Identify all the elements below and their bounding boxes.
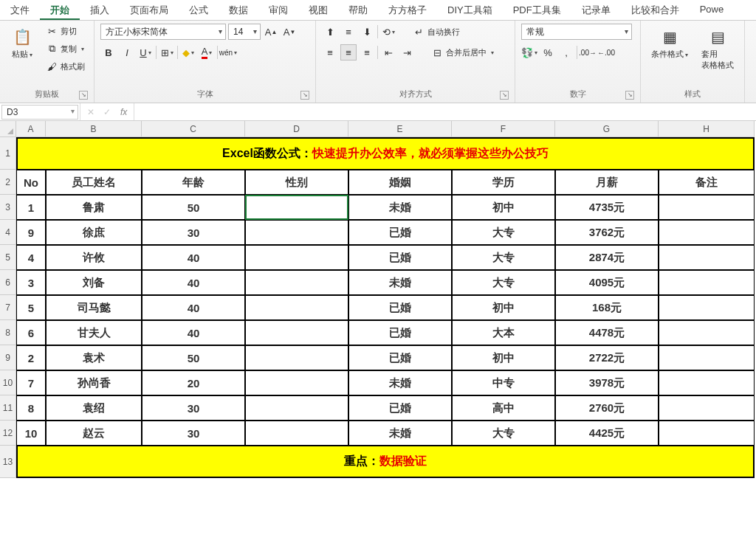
conditional-format-button[interactable]: ▦ 条件格式▾: [647, 24, 693, 63]
header-cell-1[interactable]: 员工姓名: [46, 170, 142, 195]
cell-r7-c7[interactable]: [659, 295, 755, 320]
tab-pdf[interactable]: PDF工具集: [503, 0, 571, 20]
cell-r6-c4[interactable]: 未婚: [348, 270, 452, 295]
cell-r12-c6[interactable]: 4425元: [555, 421, 659, 446]
cell-r3-c3[interactable]: [245, 195, 348, 220]
currency-button[interactable]: 💱▾: [521, 44, 537, 60]
tab-ffg[interactable]: 方方格子: [378, 0, 437, 20]
cell-r4-c0[interactable]: 9: [16, 220, 46, 245]
cell-r4-c1[interactable]: 徐庶: [46, 220, 142, 245]
header-cell-3[interactable]: 性别: [245, 170, 348, 195]
cell-r10-c4[interactable]: 未婚: [348, 370, 452, 395]
paste-button[interactable]: 📋 粘贴▾: [6, 24, 38, 63]
cell-r4-c5[interactable]: 大专: [452, 220, 555, 245]
cell-r4-c6[interactable]: 3762元: [555, 220, 659, 245]
row-header-8[interactable]: 8: [0, 320, 16, 345]
cancel-formula-button[interactable]: ✕: [83, 107, 98, 117]
cell-r10-c7[interactable]: [659, 370, 755, 395]
row-header-2[interactable]: 2: [0, 170, 16, 195]
bold-button[interactable]: B: [100, 44, 117, 60]
cell-r12-c7[interactable]: [659, 421, 755, 446]
cell-r8-c2[interactable]: 40: [142, 320, 245, 345]
cell-r6-c7[interactable]: [659, 270, 755, 295]
title-cell[interactable]: Excel函数公式：快速提升办公效率，就必须掌握这些办公技巧: [16, 137, 755, 170]
cell-r8-c7[interactable]: [659, 320, 755, 345]
cell-r10-c3[interactable]: [245, 370, 348, 395]
cell-r4-c4[interactable]: 已婚: [348, 220, 452, 245]
cell-r5-c6[interactable]: 2874元: [555, 245, 659, 270]
cell-r4-c3[interactable]: [245, 220, 348, 245]
cell-r9-c4[interactable]: 已婚: [348, 345, 452, 370]
align-right-button[interactable]: ≡: [359, 44, 375, 60]
cell-r6-c0[interactable]: 3: [16, 270, 46, 295]
underline-button[interactable]: U▾: [137, 44, 154, 60]
merge-center-button[interactable]: ⊟合并后居中▾: [428, 45, 497, 60]
col-header-G[interactable]: G: [555, 121, 659, 137]
cell-r11-c0[interactable]: 8: [16, 395, 46, 421]
tab-compare[interactable]: 比较和合并: [621, 0, 690, 20]
cell-r11-c2[interactable]: 30: [142, 395, 245, 421]
cell-r9-c3[interactable]: [245, 345, 348, 370]
align-top-button[interactable]: ⬆: [322, 24, 338, 40]
cell-r10-c2[interactable]: 20: [142, 370, 245, 395]
col-header-F[interactable]: F: [452, 121, 555, 137]
cell-r10-c1[interactable]: 孙尚香: [46, 370, 142, 395]
row-header-11[interactable]: 11: [0, 395, 16, 421]
cut-button[interactable]: ✂剪切: [43, 24, 88, 38]
tab-diy[interactable]: DIY工具箱: [437, 0, 503, 20]
cell-r11-c1[interactable]: 袁绍: [46, 395, 142, 421]
font-launcher[interactable]: ↘: [300, 91, 309, 100]
cell-r12-c3[interactable]: [245, 421, 348, 446]
cell-r5-c3[interactable]: [245, 245, 348, 270]
cell-r7-c5[interactable]: 初中: [452, 295, 555, 320]
cell-r6-c3[interactable]: [245, 270, 348, 295]
row-header-4[interactable]: 4: [0, 220, 16, 245]
font-name-select[interactable]: 方正小标宋简体: [100, 24, 226, 40]
cell-r7-c4[interactable]: 已婚: [348, 295, 452, 320]
cell-r11-c3[interactable]: [245, 395, 348, 421]
row-header-3[interactable]: 3: [0, 195, 16, 220]
cell-r12-c1[interactable]: 赵云: [46, 421, 142, 446]
col-header-D[interactable]: D: [245, 121, 348, 137]
number-launcher[interactable]: ↘: [625, 91, 634, 100]
header-cell-5[interactable]: 学历: [452, 170, 555, 195]
cell-r6-c1[interactable]: 刘备: [46, 270, 142, 295]
cell-r9-c0[interactable]: 2: [16, 345, 46, 370]
cell-r12-c5[interactable]: 大专: [452, 421, 555, 446]
header-cell-4[interactable]: 婚姻: [348, 170, 452, 195]
align-bottom-button[interactable]: ⬇: [359, 24, 375, 40]
footer-cell[interactable]: 重点：数据验证: [16, 446, 755, 478]
row-header-9[interactable]: 9: [0, 345, 16, 370]
row-header-5[interactable]: 5: [0, 245, 16, 270]
cell-r4-c7[interactable]: [659, 220, 755, 245]
cell-r5-c5[interactable]: 大专: [452, 245, 555, 270]
tab-help[interactable]: 帮助: [338, 0, 378, 20]
cell-r5-c4[interactable]: 已婚: [348, 245, 452, 270]
increase-font-button[interactable]: A▲: [263, 24, 279, 40]
cell-r8-c6[interactable]: 4478元: [555, 320, 659, 345]
indent-decrease-button[interactable]: ⇤: [380, 44, 396, 60]
wrap-text-button[interactable]: ↵自动换行: [410, 24, 463, 39]
cell-r6-c2[interactable]: 40: [142, 270, 245, 295]
row-header-7[interactable]: 7: [0, 295, 16, 320]
align-middle-button[interactable]: ≡: [340, 24, 357, 40]
tab-home[interactable]: 开始: [40, 0, 80, 20]
cell-r6-c6[interactable]: 4095元: [555, 270, 659, 295]
cell-r3-c5[interactable]: 初中: [452, 195, 555, 220]
font-color-button[interactable]: A▾: [199, 44, 215, 60]
decrease-decimal-button[interactable]: ←.00: [598, 44, 614, 60]
font-size-select[interactable]: 14: [228, 24, 261, 40]
cell-r8-c1[interactable]: 甘夫人: [46, 320, 142, 345]
fill-color-button[interactable]: ◆▾: [180, 44, 196, 60]
fx-icon[interactable]: fx: [116, 107, 131, 117]
col-header-E[interactable]: E: [348, 121, 452, 137]
formula-input[interactable]: [134, 111, 756, 114]
col-header-C[interactable]: C: [142, 121, 245, 137]
cell-r10-c5[interactable]: 中专: [452, 370, 555, 395]
cell-r12-c2[interactable]: 30: [142, 421, 245, 446]
border-button[interactable]: ⊞▾: [159, 44, 175, 60]
cell-r10-c0[interactable]: 7: [16, 370, 46, 395]
row-header-6[interactable]: 6: [0, 270, 16, 295]
comma-button[interactable]: ,: [558, 44, 574, 60]
cell-r9-c2[interactable]: 50: [142, 345, 245, 370]
